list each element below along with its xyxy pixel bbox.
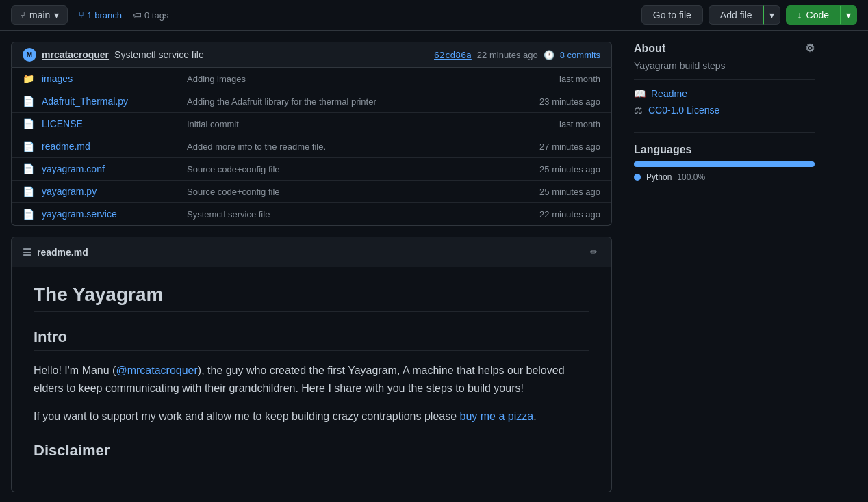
add-file-caret-button[interactable]: ▾ xyxy=(763,5,780,25)
branch-icon: ⑂ xyxy=(20,10,25,21)
intro-p1-prefix: Hello! I'm Manu ( xyxy=(34,365,116,376)
languages-section: Languages Python 100.0% xyxy=(634,133,815,193)
file-name-link[interactable]: images xyxy=(42,73,179,84)
intro-p2-prefix: If you want to support my work and allow… xyxy=(34,410,460,422)
file-name-link[interactable]: LICENSE xyxy=(42,118,179,129)
add-file-group: Add file ▾ xyxy=(709,5,780,25)
python-dot xyxy=(634,174,641,181)
sidebar-divider-1 xyxy=(634,79,815,80)
file-commit-message: Initial commit xyxy=(187,119,510,129)
file-icon: 📄 xyxy=(23,209,34,220)
file-icon: 📄 xyxy=(23,163,34,174)
top-bar-right: Go to file Add file ▾ ↓ Code ▾ xyxy=(641,5,857,25)
intro-author-link[interactable]: @mrcatacroquer xyxy=(116,365,197,376)
commit-bar-right: 62cd86a 22 minutes ago 🕐 8 commits xyxy=(434,50,600,60)
table-row: 📄yayagram.confSource code+config file25 … xyxy=(12,158,611,181)
avatar: M xyxy=(23,48,36,62)
commit-author-link[interactable]: mrcatacroquer xyxy=(42,49,109,60)
readme-intro-p1: Hello! I'm Manu (@mrcatacroquer), the gu… xyxy=(34,362,589,397)
table-row: 📄LICENSEInitial commitlast month xyxy=(12,113,611,135)
table-row: 📄yayagram.pySource code+config file25 mi… xyxy=(12,181,611,203)
commits-count-link[interactable]: 8 commits xyxy=(560,50,600,60)
license-link-label: CC0-1.0 License xyxy=(648,105,719,116)
readme-body: The Yayagram Intro Hello! I'm Manu (@mrc… xyxy=(11,267,612,492)
go-to-file-button[interactable]: Go to file xyxy=(641,5,703,25)
commit-time: 22 minutes ago xyxy=(477,50,538,60)
top-bar: ⑂ main ▾ ⑂ 1 branch 🏷 0 tags Go to file … xyxy=(0,0,868,31)
file-icon: 📄 xyxy=(23,186,34,197)
book-icon: 📖 xyxy=(634,88,646,99)
readme-disclaimer-heading: Disclaimer xyxy=(34,442,589,464)
intro-p2-suffix: . xyxy=(533,410,536,422)
readme-edit-button[interactable]: ✏ xyxy=(587,244,600,260)
file-commit-message: Added more info to the readme file. xyxy=(187,142,510,152)
tag-icon: 🏷 xyxy=(133,10,142,21)
commit-bar-left: M mrcatacroquer Systemctl service file xyxy=(23,48,204,62)
file-commit-message: Adding images xyxy=(187,74,510,84)
file-name-link[interactable]: yayagram.py xyxy=(42,186,179,197)
file-name-link[interactable]: readme.md xyxy=(42,141,179,152)
about-section: About ⚙ Yayagram build steps 📖 Readme ⚖ … xyxy=(634,31,815,133)
branch-count-link[interactable]: ⑂ 1 branch xyxy=(79,10,122,21)
table-row: 📄yayagram.serviceSystemctl service file2… xyxy=(12,203,611,225)
file-time: 22 minutes ago xyxy=(518,209,600,220)
branch-name: main xyxy=(29,10,50,21)
branch-count-label: 1 branch xyxy=(87,10,122,21)
python-lang-entry: Python 100.0% xyxy=(634,172,815,182)
file-name-link[interactable]: yayagram.conf xyxy=(42,163,179,174)
file-time: 25 minutes ago xyxy=(518,187,600,197)
license-link[interactable]: ⚖ CC0-1.0 License xyxy=(634,105,815,116)
download-icon: ↓ xyxy=(797,10,802,21)
file-commit-message: Systemctl service file xyxy=(187,209,510,220)
file-name-link[interactable]: Adafruit_Thermal.py xyxy=(42,96,179,107)
file-commit-message: Adding the Adafruit library for the ther… xyxy=(187,96,510,107)
scale-icon: ⚖ xyxy=(634,105,643,116)
readme-intro-p2: If you want to support my work and allow… xyxy=(34,408,589,425)
file-icon: 📄 xyxy=(23,118,34,129)
file-time: 23 minutes ago xyxy=(518,96,600,107)
file-commit-message: Source code+config file xyxy=(187,164,510,174)
main-content: M mrcatacroquer Systemctl service file 6… xyxy=(0,31,623,502)
layout: M mrcatacroquer Systemctl service file 6… xyxy=(0,31,868,502)
code-caret-button[interactable]: ▾ xyxy=(840,5,857,25)
readme-link[interactable]: 📖 Readme xyxy=(634,88,815,99)
readme-header-left: ☰ readme.md xyxy=(23,247,88,258)
table-row: 📄Adafruit_Thermal.pyAdding the Adafruit … xyxy=(12,90,611,113)
code-label: Code xyxy=(806,10,829,21)
readme-filename: readme.md xyxy=(37,247,88,258)
file-commit-message: Source code+config file xyxy=(187,187,510,197)
file-name-link[interactable]: yayagram.service xyxy=(42,209,179,220)
python-pct: 100.0% xyxy=(677,172,705,182)
readme-header: ☰ readme.md ✏ xyxy=(11,237,612,267)
pencil-icon: ✏ xyxy=(590,247,598,257)
file-time: last month xyxy=(518,74,600,84)
readme-intro-heading: Intro xyxy=(34,328,589,351)
python-label: Python xyxy=(646,172,672,182)
tag-count-link[interactable]: 🏷 0 tags xyxy=(133,10,168,21)
file-icon: 📄 xyxy=(23,141,34,152)
file-time: 27 minutes ago xyxy=(518,142,600,152)
file-icon: 📄 xyxy=(23,96,34,107)
chevron-down-icon: ▾ xyxy=(54,10,59,21)
about-title-row: About ⚙ xyxy=(634,42,815,55)
folder-icon: 📁 xyxy=(23,73,34,84)
about-title: About xyxy=(634,42,665,55)
buy-pizza-link[interactable]: buy me a pizza xyxy=(460,410,534,422)
file-time: 25 minutes ago xyxy=(518,164,600,174)
gear-icon[interactable]: ⚙ xyxy=(805,42,815,55)
table-row: 📁imagesAdding imageslast month xyxy=(12,68,611,90)
readme-title: The Yayagram xyxy=(34,284,589,312)
list-icon: ☰ xyxy=(23,247,31,258)
branch-selector[interactable]: ⑂ main ▾ xyxy=(11,5,68,25)
commit-bar: M mrcatacroquer Systemctl service file 6… xyxy=(11,42,612,68)
commit-hash-link[interactable]: 62cd86a xyxy=(434,50,472,60)
commit-message: Systemctl service file xyxy=(114,49,204,60)
add-file-button[interactable]: Add file xyxy=(709,5,763,25)
readme-link-label: Readme xyxy=(651,88,687,99)
top-bar-left: ⑂ main ▾ ⑂ 1 branch 🏷 0 tags xyxy=(11,5,168,25)
clock-icon: 🕐 xyxy=(544,50,554,60)
file-table: 📁imagesAdding imageslast month📄Adafruit_… xyxy=(11,68,612,226)
table-row: 📄readme.mdAdded more info to the readme … xyxy=(12,135,611,158)
code-button[interactable]: ↓ Code xyxy=(786,5,840,25)
file-time: last month xyxy=(518,119,600,129)
